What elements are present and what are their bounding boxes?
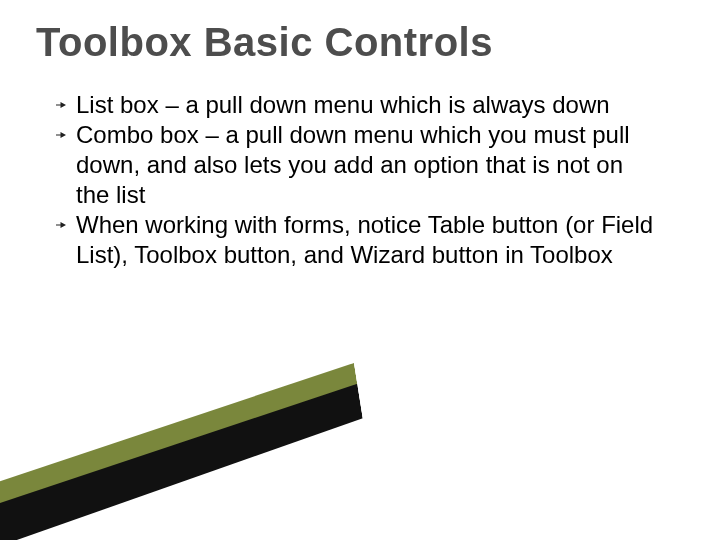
slide: Toolbox Basic Controls List box – a pull… [0, 0, 720, 540]
bullet-list: List box – a pull down menu which is alw… [56, 90, 660, 270]
list-item: List box – a pull down menu which is alw… [56, 90, 660, 120]
list-item: When working with forms, notice Table bu… [56, 210, 660, 270]
slide-title: Toolbox Basic Controls [36, 20, 684, 64]
list-item: Combo box – a pull down menu which you m… [56, 120, 660, 210]
